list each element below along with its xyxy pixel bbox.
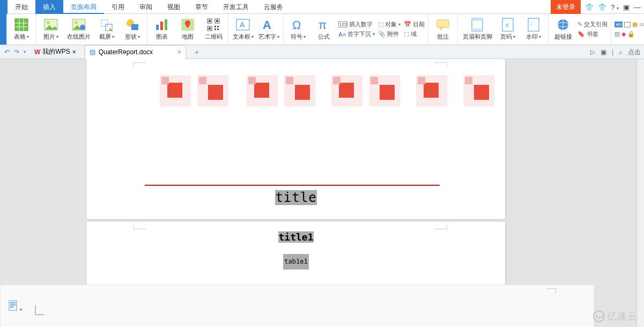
- sm-pattern-icon[interactable]: ▨: [615, 31, 620, 38]
- svg-rect-25: [214, 26, 216, 27]
- online-image-button[interactable]: 在线图片: [65, 15, 92, 44]
- hyperlink-button[interactable]: 超链接: [552, 15, 574, 44]
- doc-file-icon: ▤: [90, 48, 95, 56]
- restore-window-icon[interactable]: ▣: [623, 3, 630, 11]
- close-tab-icon[interactable]: ×: [177, 48, 181, 56]
- history-dropdown[interactable]: ▾: [24, 49, 26, 54]
- omega-icon: Ω: [291, 18, 305, 32]
- watermark-button[interactable]: A 水印▾: [522, 15, 545, 44]
- undo-icon[interactable]: ↶: [4, 48, 10, 56]
- menu-bar: 开始 插入 页面布局 引用 审阅 视图 章节 开发工具 云服务 未登录 👕 👕 …: [0, 0, 644, 14]
- minimize-icon[interactable]: —: [634, 3, 641, 11]
- sm-grid-icon[interactable]: ▦: [632, 21, 638, 28]
- wps-home-tab[interactable]: W 我的WPS ×: [30, 45, 80, 59]
- ts-click-label[interactable]: 点击: [628, 48, 641, 57]
- app-menu-button[interactable]: [0, 0, 8, 14]
- menu-tab-references[interactable]: 引用: [104, 0, 132, 14]
- document-tab[interactable]: ▤ QuaterReport.docx ×: [85, 45, 186, 59]
- drop-cap-button[interactable]: A≡首字下沉▾: [338, 30, 375, 39]
- image-button[interactable]: 图片▾: [40, 15, 62, 44]
- svg-rect-49: [10, 307, 13, 308]
- menu-right-area: 未登录 👕 👕 ? ▾ ▣ —: [551, 0, 644, 14]
- menu-tab-cloud[interactable]: 云服务: [256, 0, 291, 14]
- sm-box-icon[interactable]: [624, 22, 631, 27]
- help-icon[interactable]: ? ▾: [611, 3, 619, 11]
- abl-icon[interactable]: abl: [615, 21, 623, 27]
- panel-corner-tr: [546, 288, 556, 294]
- menu-tab-start[interactable]: 开始: [8, 0, 35, 14]
- doc-title: title: [87, 189, 505, 207]
- lock-icon[interactable]: 🔒: [627, 31, 635, 38]
- page-number-icon: #: [501, 18, 515, 32]
- table-button[interactable]: 表格▾: [10, 15, 33, 44]
- menu-tab-section[interactable]: 章节: [188, 0, 216, 14]
- svg-rect-48: [10, 304, 16, 306]
- textbox-button[interactable]: A 文本框▾: [232, 15, 254, 44]
- shirt-icon[interactable]: 👕: [585, 3, 594, 11]
- shape-icon: [125, 18, 139, 32]
- map-button[interactable]: 地图: [176, 15, 199, 44]
- symbol-button[interactable]: Ω 符号▾: [287, 15, 309, 44]
- shirt2-icon[interactable]: 👕: [598, 3, 606, 11]
- number-icon: 123: [338, 21, 347, 27]
- image-icon: [44, 18, 58, 32]
- insert-number-button[interactable]: 123插入数字: [338, 20, 375, 29]
- eraser-icon[interactable]: ◆: [621, 31, 626, 38]
- svg-rect-47: [10, 302, 16, 303]
- panel-page-button[interactable]: ▾: [8, 300, 19, 312]
- svg-text:#: #: [506, 23, 509, 28]
- floating-panel: ▾: [0, 285, 594, 327]
- add-tab-button[interactable]: +: [190, 48, 203, 56]
- bookmark-icon: 🔖: [578, 31, 585, 38]
- svg-text:A: A: [240, 20, 245, 29]
- map-icon: [181, 18, 195, 32]
- chart-button[interactable]: 图表: [151, 15, 173, 44]
- object-button[interactable]: ⬚对象▾: [378, 20, 401, 29]
- page-number-button[interactable]: # 页码▾: [497, 15, 519, 44]
- screenshot-button[interactable]: 截屏▾: [95, 15, 118, 44]
- datetime-button[interactable]: 📅日期: [404, 20, 425, 29]
- svg-text:π: π: [319, 18, 327, 31]
- comment-icon: [436, 18, 450, 32]
- online-image-icon: [72, 18, 86, 32]
- redo-icon[interactable]: ↷: [14, 48, 19, 56]
- formula-button[interactable]: π 公式: [313, 15, 335, 44]
- wordart-button[interactable]: A 艺术字▾: [257, 15, 280, 44]
- document-tab-title: QuaterReport.docx: [99, 48, 153, 56]
- pixelated-header-art: [160, 75, 494, 106]
- shape-button[interactable]: 形状▾: [121, 15, 144, 44]
- svg-text:A: A: [530, 21, 534, 27]
- search-icon[interactable]: ⌕: [619, 48, 623, 56]
- margin-mark-tl: [133, 62, 146, 67]
- bookmark-button[interactable]: 🔖书签: [578, 30, 608, 39]
- field-button[interactable]: ⬚域: [404, 30, 425, 39]
- svg-rect-14: [131, 24, 138, 30]
- svg-rect-22: [209, 20, 211, 22]
- menu-tab-view[interactable]: 视图: [160, 0, 188, 14]
- menu-tab-pagelayout[interactable]: 页面布局: [63, 0, 104, 14]
- ts-icon-2[interactable]: ▣: [601, 48, 606, 56]
- textbox-icon: A: [236, 18, 250, 32]
- margin-mark-tr: [434, 62, 447, 67]
- menu-tab-devtools[interactable]: 开发工具: [216, 0, 256, 14]
- svg-rect-17: [165, 19, 167, 30]
- svg-rect-10: [101, 20, 108, 26]
- vertical-scrollbar[interactable]: [636, 59, 644, 327]
- svg-text:A: A: [263, 18, 271, 31]
- header-footer-button[interactable]: 页眉和页脚: [461, 15, 493, 44]
- qr-button[interactable]: 二维码: [202, 15, 225, 44]
- menu-tab-insert[interactable]: 插入: [35, 0, 63, 14]
- crossref-button[interactable]: ✎交叉引用: [578, 20, 608, 29]
- svg-rect-24: [209, 27, 211, 30]
- menu-tab-review[interactable]: 审阅: [132, 0, 160, 14]
- document-page-1: title: [87, 59, 505, 219]
- login-badge[interactable]: 未登录: [551, 0, 581, 14]
- sm-page-icon[interactable]: ▭: [639, 21, 644, 28]
- close-icon[interactable]: ×: [72, 48, 76, 56]
- chart-icon: [155, 18, 169, 32]
- attachment-button[interactable]: 📎附件: [378, 30, 401, 39]
- svg-rect-26: [217, 26, 219, 27]
- comment-button[interactable]: 批注: [432, 15, 454, 44]
- svg-point-9: [80, 25, 85, 30]
- ts-icon-1[interactable]: ▷: [590, 48, 595, 56]
